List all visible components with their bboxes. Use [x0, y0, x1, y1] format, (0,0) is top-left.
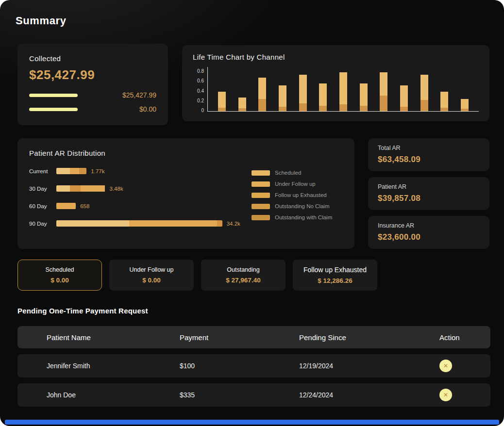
cell-patient-name: Jennifer Smith [47, 362, 180, 370]
status-card-label: Outstanding [227, 266, 259, 273]
legend-item: Scheduled [252, 170, 343, 176]
bar-segment-bottom [461, 109, 469, 111]
ar-card-label: Patient AR [378, 183, 480, 190]
legend-swatch [252, 204, 270, 209]
bar-segment-bottom [319, 106, 327, 112]
bar-segment-bottom [238, 108, 246, 111]
cell-patient-name: John Doe [47, 391, 180, 399]
ar-bar-segment [217, 220, 222, 227]
bar-segment-bottom [279, 107, 286, 111]
status-card-label: Follow up Exhausted [303, 266, 367, 274]
ar-bar-segment [70, 168, 79, 174]
lifetime-plot [207, 67, 479, 112]
status-card-value: $ 12,286.26 [318, 277, 352, 284]
cancel-payment-button[interactable]: ✕ [439, 389, 452, 401]
legend-swatch [252, 181, 270, 187]
bar-segment-bottom [380, 96, 387, 111]
ar-summary-card-total-ar: Total AR$63,458.09 [368, 138, 489, 171]
ar-summary-card-insurance-ar: Insurance AR$23,600.00 [368, 216, 489, 249]
patient-ar-distribution-title: Patient AR Distribution [29, 149, 343, 157]
ar-bar-segment [56, 220, 129, 227]
ar-bar [56, 185, 105, 192]
lifetime-yaxis: 0.80.60.40.20 [193, 67, 207, 112]
par-rows: Current1.77k30 Day3.48k60 Day65890 Day34… [29, 168, 252, 227]
bar-segment-top [360, 83, 368, 106]
collected-bar-value: $0.00 [78, 105, 156, 113]
lifetime-bar [218, 92, 226, 111]
ar-bar-track: 1.77k [56, 168, 252, 174]
ar-bar-category: 90 Day [29, 221, 56, 227]
status-card-under-follow-up[interactable]: Under Follow up$ 0.00 [109, 260, 194, 291]
y-axis-tick: 0.8 [197, 68, 204, 74]
bar-segment-top [420, 75, 428, 100]
bar-segment-bottom [360, 106, 368, 112]
lifetime-bar [400, 85, 408, 111]
column-header-patient-name: Patient Name [47, 333, 180, 342]
bar-segment-top [380, 72, 387, 96]
ar-bar-segment [81, 185, 105, 192]
collected-card: Collected $25,427.99 $25,427.99$0.00 [17, 44, 168, 125]
ar-bar-row: 90 Day34.2k [29, 220, 252, 227]
lifetime-bar [279, 85, 286, 111]
lifetime-bar [299, 75, 307, 111]
cell-payment: $100 [180, 362, 299, 370]
collected-card-title: Collected [29, 54, 156, 63]
ar-card-label: Insurance AR [378, 222, 480, 229]
legend-swatch [252, 215, 270, 220]
legend-label: Under Follow up [275, 181, 316, 187]
lifetime-chart-card: Life Time Chart by Channel 0.80.60.40.20 [182, 45, 489, 121]
pending-table: Patient NamePaymentPending SinceAction J… [17, 326, 490, 407]
y-axis-tick: 0 [201, 108, 204, 113]
ar-bar-segment [79, 168, 87, 174]
ar-bar-track: 3.48k [56, 185, 252, 192]
collected-amount: $25,427.99 [29, 67, 156, 82]
bar-segment-bottom [339, 104, 347, 111]
status-card-outstanding[interactable]: Outstanding$ 27,967.40 [201, 260, 286, 291]
legend-label: Outstanding with Claim [275, 214, 332, 220]
lifetime-bar [258, 78, 266, 111]
ar-cards: Total AR$63,458.09Patient AR$39,857.08In… [368, 138, 489, 249]
pending-table-body: Jennifer Smith$10012/19/2024✕John Doe$33… [17, 354, 490, 407]
lifetime-bar [380, 72, 387, 111]
collected-bar-value: $25,427.99 [78, 91, 156, 99]
ar-bar-row: 60 Day658 [29, 203, 252, 209]
bottom-progress-bar [5, 420, 499, 425]
status-card-label: Under Follow up [129, 266, 173, 273]
legend-label: Scheduled [275, 170, 301, 176]
status-card-follow-up-exhausted[interactable]: Follow up Exhausted$ 12,286.26 [293, 260, 377, 291]
ar-bar-segment [56, 168, 70, 174]
column-header-payment: Payment [180, 333, 299, 342]
status-card-scheduled[interactable]: Scheduled$ 0.00 [17, 260, 102, 291]
patient-ar-chart: Current1.77k30 Day3.48k60 Day65890 Day34… [29, 168, 343, 227]
ar-card-value: $63,458.09 [378, 155, 480, 164]
collected-bar-row: $0.00 [29, 105, 156, 113]
legend-item: Outstanding No Claim [252, 203, 343, 209]
legend-item: Follow up Exhausted [252, 192, 343, 198]
ar-card-label: Total AR [378, 145, 480, 151]
lifetime-chart-title: Life Time Chart by Channel [193, 53, 479, 61]
status-card-value: $ 27,967.40 [226, 277, 260, 284]
y-axis-tick: 0.4 [197, 88, 204, 94]
ar-bar-category: Current [29, 168, 56, 174]
ar-bar-value: 34.2k [227, 221, 240, 227]
ar-bar-category: 60 Day [29, 203, 56, 209]
cancel-payment-button[interactable]: ✕ [439, 360, 452, 372]
ar-bar-segment [70, 185, 81, 192]
bar-segment-top [299, 75, 307, 103]
bar-segment-bottom [218, 108, 226, 111]
table-row: Jennifer Smith$10012/19/2024✕ [17, 354, 490, 377]
ar-bar-track: 34.2k [56, 220, 252, 227]
lifetime-bar [420, 75, 428, 111]
legend-label: Outstanding No Claim [275, 203, 330, 209]
dashboard-screen: Summary Collected $25,427.99 $25,427.99$… [0, 0, 504, 426]
ar-bar [56, 168, 86, 174]
bar-segment-top [440, 92, 448, 108]
bar-segment-top [238, 98, 246, 108]
page-title: Summary [16, 15, 66, 27]
cell-pending-since: 12/19/2024 [299, 362, 439, 370]
ar-card-value: $39,857.08 [378, 194, 480, 203]
status-card-value: $ 0.00 [50, 277, 69, 284]
bar-segment-top [339, 72, 347, 105]
bar-segment-top [258, 78, 266, 99]
ar-bar [56, 203, 76, 209]
